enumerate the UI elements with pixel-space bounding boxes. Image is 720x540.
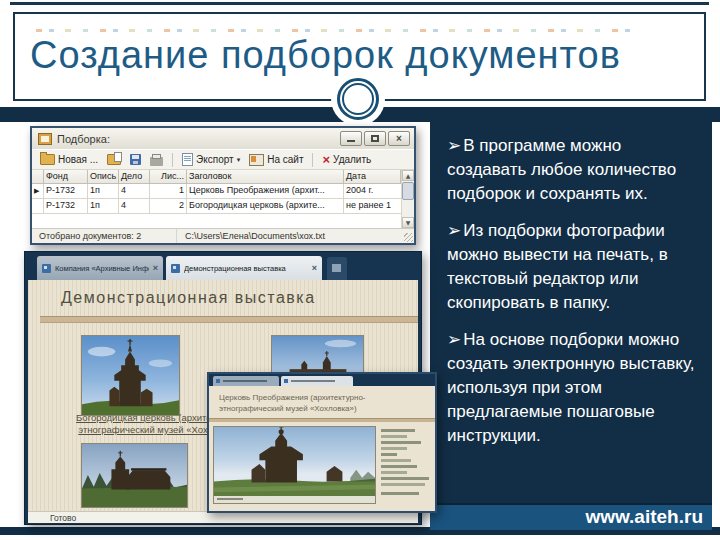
document-icon [182, 153, 193, 166]
bullet-item: ➢Из подборки фотографии можно вывести на… [447, 218, 700, 315]
bullet-text: В программе можно создавать любое количе… [447, 136, 676, 203]
dropdown-caret-icon: ▾ [237, 156, 241, 164]
export-button[interactable]: Экспорт▾ [179, 152, 243, 167]
photo-popup-window: Церковь Преображения (архитектурно-этног… [207, 372, 437, 513]
printer-icon [150, 157, 163, 166]
browser-tab[interactable]: Компания «Архивные Информац... × [37, 256, 163, 280]
church-photo-1[interactable] [81, 335, 180, 416]
save-icon [130, 154, 141, 165]
save-button[interactable] [127, 153, 144, 166]
page-title: Создание подборок документов [30, 34, 621, 77]
podborka-toolbar: Новая ... Экспорт▾ На сайт ×Удалить [32, 149, 414, 170]
print-button[interactable] [147, 153, 166, 167]
new-folder-icon [40, 154, 55, 165]
tab-close-icon[interactable]: × [153, 263, 158, 273]
delete-x-icon: × [322, 154, 330, 165]
bullet-text: На основе подборки можно создать электро… [447, 330, 694, 445]
new-collection-button[interactable]: Новая ... [37, 153, 101, 166]
current-row-marker-icon: ▶ [32, 184, 44, 199]
podborka-window: Подборка: × Новая ... Экспорт▾ На сайт ×… [30, 126, 416, 245]
maximize-button[interactable] [364, 131, 386, 146]
resize-grip[interactable] [404, 233, 413, 242]
column-header[interactable]: Фонд [44, 170, 88, 184]
favicon [171, 264, 180, 273]
table-row[interactable]: Р-1732 1п 4 2 Богородицкая церковь (архи… [32, 199, 401, 214]
footer-url-band: www.aiteh.ru [430, 503, 712, 530]
podborka-statusbar: Отобрано документов: 2 C:\Users\Елена\Do… [32, 228, 414, 243]
toolbar-separator [172, 153, 173, 167]
new-tab-button[interactable] [327, 257, 347, 280]
decorative-dash-strip [36, 29, 632, 32]
arrow-bullet-icon: ➢ [447, 135, 461, 155]
window-title: Подборка: [57, 133, 340, 145]
table-header-row: Фонд Опись Дело Лис... Заголовок Дата [32, 170, 401, 184]
scroll-up-icon[interactable]: ▲ [402, 170, 414, 181]
top-accent-line [10, 2, 709, 5]
app-icon [38, 133, 52, 145]
column-header[interactable]: Заголовок [187, 170, 344, 184]
to-site-button[interactable]: На сайт [246, 153, 306, 167]
browser-status-label: Готово [50, 513, 76, 523]
scrollbar-thumb[interactable] [402, 182, 414, 200]
slide-root: Создание подборок документов ➢В программ… [0, 0, 720, 540]
podborka-titlebar[interactable]: Подборка: × [32, 128, 414, 149]
tab-close-icon[interactable]: × [312, 263, 317, 273]
column-header[interactable]: Лис... [150, 170, 187, 184]
column-header[interactable]: Опись [88, 170, 119, 184]
church-photo-2[interactable] [81, 443, 188, 508]
circle-ornament [337, 78, 379, 120]
church-photo-large[interactable] [213, 426, 376, 504]
delete-button[interactable]: ×Удалить [319, 153, 374, 166]
documents-table: Фонд Опись Дело Лис... Заголовок Дата ▶ … [32, 170, 401, 228]
folder-add-icon [107, 154, 121, 165]
church-photo-partial[interactable] [271, 335, 364, 373]
photo-caption: Церковь Преображения (архитектурно-этног… [209, 386, 435, 417]
exhibition-heading: Демонстрационная выставка [61, 289, 418, 307]
photo-metadata-panel [376, 426, 432, 504]
scroll-down-icon[interactable]: ▼ [402, 217, 414, 228]
favicon [42, 264, 51, 273]
arrow-bullet-icon: ➢ [447, 220, 461, 240]
table-row[interactable]: ▶ Р-1732 1п 4 1 Церковь Преображения (ар… [32, 184, 401, 199]
toolbar-separator [312, 153, 313, 167]
bullet-text: Из подборки фотографии можно вывести на … [447, 221, 668, 312]
column-header[interactable]: Дата [344, 170, 401, 184]
arrow-bullet-icon: ➢ [447, 329, 461, 349]
add-button[interactable] [104, 153, 124, 166]
popup-divider [209, 418, 435, 422]
popup-tab[interactable] [213, 376, 279, 386]
column-header[interactable]: Дело [119, 170, 150, 184]
photo-caption-strip [214, 496, 375, 503]
file-path-label: C:\Users\Елена\Documents\хох.txt [177, 231, 414, 241]
bullet-panel: ➢В программе можно создавать любое колич… [430, 107, 712, 503]
site-icon [249, 154, 264, 166]
bullet-item: ➢В программе можно создавать любое колич… [447, 133, 700, 206]
popup-tabstrip [209, 374, 435, 386]
bullet-item: ➢На основе подборки можно создать электр… [447, 327, 700, 448]
browser-tab-active[interactable]: Демонстрационная выставка × [166, 256, 322, 280]
close-button[interactable]: × [388, 131, 410, 146]
website-url: www.aiteh.ru [585, 506, 703, 527]
minimize-button[interactable] [340, 131, 362, 146]
browser-tabstrip: Компания «Архивные Информац... × Демонст… [25, 252, 421, 280]
popup-tab-active[interactable] [281, 376, 353, 386]
page-divider [40, 316, 418, 323]
selected-count-label: Отобрано документов: 2 [32, 229, 177, 243]
vertical-scrollbar[interactable]: ▲ ▼ [401, 170, 414, 228]
